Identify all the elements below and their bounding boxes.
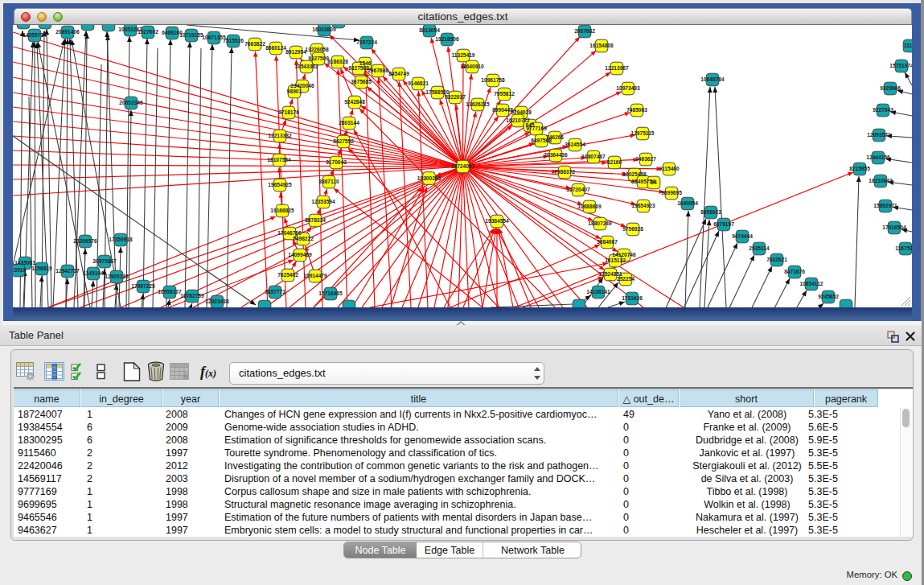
svg-text:98901: 98901 [287, 89, 302, 94]
svg-text:3684067: 3684067 [597, 239, 618, 245]
svg-text:64: 64 [651, 179, 657, 185]
svg-text:10648784: 10648784 [700, 76, 725, 82]
svg-text:14120746: 14120746 [612, 252, 636, 257]
svg-text:8454749: 8454749 [388, 71, 409, 76]
svg-text:2803144: 2803144 [339, 120, 359, 126]
svg-text:20364436: 20364436 [544, 152, 568, 158]
svg-text:3624554: 3624554 [565, 142, 585, 147]
svg-text:10961758: 10961758 [481, 77, 505, 83]
svg-text:14099489: 14099489 [288, 252, 312, 257]
svg-text:23420046: 23420046 [290, 83, 314, 89]
svg-text:7955812: 7955812 [494, 91, 515, 97]
svg-text:18724007: 18724007 [451, 163, 475, 169]
svg-text:7357224: 7357224 [356, 39, 377, 45]
svg-text:8660124: 8660124 [265, 45, 286, 51]
svg-text:5322037: 5322037 [445, 94, 466, 100]
svg-text:8813054: 8813054 [419, 27, 440, 33]
svg-text:9329966: 9329966 [880, 85, 901, 91]
svg-text:12353594: 12353594 [311, 199, 335, 204]
svg-text:7485063: 7485063 [626, 107, 647, 113]
svg-text:7986372: 7986372 [554, 169, 575, 175]
svg-text:10719155: 10719155 [179, 32, 203, 38]
svg-text:1112: 1112 [904, 43, 912, 48]
svg-text:9474444: 9474444 [732, 233, 753, 239]
svg-text:15716485: 15716485 [318, 290, 343, 296]
svg-text:9463627: 9463627 [635, 156, 656, 162]
svg-text:9170043: 9170043 [326, 159, 347, 165]
svg-text:5498222: 5498222 [293, 236, 314, 241]
svg-text:9227343: 9227343 [873, 107, 893, 113]
svg-text:15751074: 15751074 [889, 63, 912, 68]
svg-text:13626215: 13626215 [466, 101, 490, 107]
svg-text:9327509: 9327509 [308, 56, 329, 61]
svg-text:16782759: 16782759 [180, 293, 204, 299]
svg-text:13226058: 13226058 [305, 47, 329, 52]
svg-text:19166825: 19166825 [270, 208, 294, 213]
svg-text:20691406: 20691406 [55, 29, 80, 35]
svg-text:13919: 13919 [13, 267, 26, 273]
svg-text:9699695: 9699695 [661, 190, 682, 196]
svg-text:9245652: 9245652 [818, 294, 839, 299]
svg-text:14136141: 14136141 [586, 289, 610, 295]
svg-text:6879197: 6879197 [713, 221, 734, 227]
svg-text:1156819: 1156819 [31, 266, 52, 271]
svg-text:10543362: 10543362 [294, 64, 318, 69]
svg-text:10025458: 10025458 [622, 171, 647, 177]
svg-text:8471676: 8471676 [784, 269, 805, 274]
svg-text:7663822: 7663822 [244, 41, 265, 47]
svg-text:8912954: 8912954 [285, 49, 306, 55]
svg-text:1640954: 1640954 [677, 200, 698, 206]
svg-text:18300295: 18300295 [417, 175, 441, 181]
svg-text:12975115: 12975115 [631, 130, 655, 136]
svg-text:62160: 62160 [607, 159, 622, 165]
svg-text:20053346: 20053346 [119, 100, 143, 105]
svg-text:9115460: 9115460 [659, 166, 680, 171]
svg-text:18107554: 18107554 [267, 157, 291, 163]
svg-text:9327508: 9327508 [348, 65, 369, 71]
svg-text:18807249: 18807249 [588, 220, 612, 226]
svg-text:12905135: 12905135 [105, 274, 129, 279]
svg-text:8427552: 8427552 [333, 138, 354, 144]
svg-text:12923438: 12923438 [205, 299, 229, 304]
svg-text:10958107: 10958107 [158, 289, 182, 295]
svg-text:15692971: 15692971 [873, 203, 897, 208]
svg-text:20206576: 20206576 [73, 238, 97, 244]
svg-text:12444156: 12444156 [866, 154, 890, 160]
svg-text:1167533: 1167533 [895, 245, 912, 251]
svg-text:16154808: 16154808 [589, 43, 614, 48]
svg-text:19384554: 19384554 [485, 218, 509, 224]
svg-text:10688609: 10688609 [577, 204, 602, 209]
svg-text:8215955: 8215955 [849, 166, 870, 171]
svg-text:17016504: 17016504 [882, 225, 906, 230]
svg-text:2087682: 2087682 [574, 28, 595, 34]
svg-text:12942737: 12942737 [55, 268, 80, 274]
svg-text:10807487: 10807487 [581, 154, 606, 159]
svg-text:9756928: 9756928 [622, 226, 643, 232]
svg-text:1733426: 1733426 [622, 295, 643, 301]
svg-text:18640910: 18640910 [460, 64, 484, 69]
svg-text:9146821: 9146821 [408, 80, 429, 86]
svg-text:9794028: 9794028 [511, 109, 532, 115]
svg-text:9242848: 9242848 [344, 99, 365, 105]
svg-text:1435061: 1435061 [14, 260, 35, 266]
svg-text:19654925: 19654925 [268, 182, 292, 187]
svg-text:7625402: 7625402 [277, 272, 298, 278]
svg-text:15720407: 15720407 [566, 187, 590, 192]
svg-text:3675685: 3675685 [351, 79, 372, 84]
svg-text:19654923: 19654923 [631, 203, 655, 208]
svg-text:3867110: 3867110 [318, 179, 339, 184]
svg-text:2718176: 2718176 [278, 109, 299, 115]
svg-text:1615132: 1615132 [605, 257, 626, 263]
svg-text:30975867: 30975867 [92, 258, 117, 264]
svg-text:8186328: 8186328 [327, 59, 348, 64]
svg-text:12213382: 12213382 [268, 133, 292, 138]
svg-text:17957225: 17957225 [131, 283, 155, 289]
svg-text:16033809: 16033809 [312, 27, 336, 32]
svg-text:16914479: 16914479 [303, 273, 327, 278]
svg-text:9857771: 9857771 [265, 289, 285, 295]
svg-text:8878334: 8878334 [305, 217, 326, 223]
svg-text:19218506: 19218506 [435, 36, 459, 42]
svg-text:1527602: 1527602 [138, 29, 158, 35]
svg-text:746266: 746266 [546, 134, 564, 140]
svg-text:12093572: 12093572 [867, 132, 891, 138]
